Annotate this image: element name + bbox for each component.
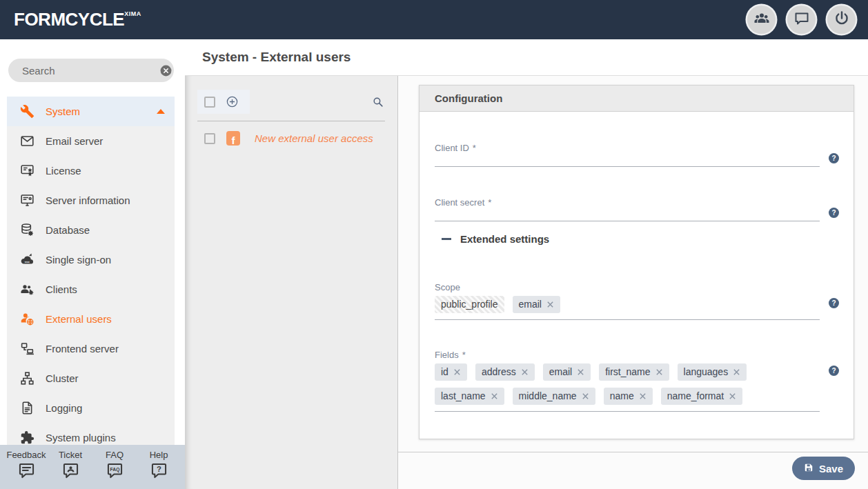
external-user-icon — [19, 312, 34, 327]
ticket-bubble-icon — [61, 461, 80, 483]
svg-text:FAQ: FAQ — [110, 467, 119, 472]
chip-remove-icon[interactable] — [577, 368, 584, 376]
save-button[interactable]: Save — [792, 457, 855, 480]
logout-button[interactable] — [827, 6, 856, 34]
help-item-ticket[interactable]: Ticket — [48, 450, 92, 485]
frontend-server-icon — [19, 341, 34, 357]
list-item[interactable]: f New external user access — [197, 131, 385, 146]
sidebar-menu: System Email server License Server infor… — [7, 97, 175, 489]
sidebar-item-external-users[interactable]: External users — [7, 304, 175, 334]
monitor-icon — [19, 193, 34, 208]
sidebar-item-system[interactable]: System — [7, 97, 175, 126]
chip-remove-icon[interactable] — [546, 301, 554, 308]
configuration-card-header: Configuration — [420, 86, 854, 112]
save-disk-icon — [804, 463, 813, 475]
chip: name_format — [661, 388, 742, 405]
users-group-icon — [753, 10, 770, 30]
faq-bubble-icon: FAQ — [106, 461, 124, 483]
help-icon[interactable]: ? — [829, 208, 839, 218]
sidebar-item-database[interactable]: Database — [7, 215, 175, 245]
power-icon — [834, 10, 850, 30]
scope-input[interactable]: public_profileemail — [435, 292, 820, 320]
chip: id — [435, 363, 467, 381]
clear-search-icon[interactable] — [159, 64, 172, 77]
topbar: FORMCYCLEXIMA — [0, 0, 868, 39]
chip: email — [513, 296, 560, 313]
facebook-icon: f — [226, 131, 240, 146]
help-bar: Feedback Ticket FAQ FAQ Help ? — [0, 445, 185, 489]
chip-remove-icon[interactable] — [733, 368, 740, 376]
list-item-checkbox[interactable] — [204, 133, 215, 144]
chip-remove-icon[interactable] — [491, 392, 498, 400]
page-header: System - External users — [185, 39, 868, 76]
chip-remove-icon[interactable] — [521, 368, 529, 376]
app: FORMCYCLEXIMA System — [0, 0, 868, 489]
sidebar-item-single-sign-on[interactable]: sso Single sign-on — [7, 245, 175, 275]
chip: address — [475, 363, 535, 381]
fields-field: Fields* idaddressemailfirst_namelanguage… — [435, 350, 839, 412]
help-bubble-icon: ? — [150, 461, 168, 483]
sidebar-item-license[interactable]: License — [7, 156, 175, 186]
required-mark: * — [462, 350, 466, 360]
chip: name — [604, 388, 653, 405]
help-item-faq[interactable]: FAQ FAQ — [92, 450, 137, 485]
svg-text:?: ? — [157, 465, 161, 473]
feedback-bubble-icon — [17, 461, 36, 483]
scope-field: Scope public_profileemail ? — [435, 282, 839, 320]
content-footer: Save — [398, 452, 868, 480]
fields-input[interactable]: idaddressemailfirst_namelanguageslast_na… — [435, 360, 820, 412]
database-icon — [19, 223, 34, 238]
extended-settings-toggle[interactable]: Extended settings — [435, 233, 839, 245]
sidebar-search — [8, 59, 174, 82]
chip-remove-icon[interactable] — [582, 392, 589, 400]
list-toolbar — [197, 90, 385, 121]
help-icon[interactable]: ? — [829, 366, 839, 376]
topbar-actions — [747, 6, 856, 34]
help-icon[interactable]: ? — [829, 153, 839, 163]
chip: public_profile — [435, 296, 504, 313]
search-icon[interactable] — [372, 96, 384, 108]
chip-remove-icon[interactable] — [453, 368, 461, 376]
chip-remove-icon[interactable] — [655, 368, 663, 376]
select-all-checkbox[interactable] — [204, 97, 215, 108]
chip: languages — [678, 363, 747, 381]
configuration-title: Configuration — [435, 92, 502, 104]
client-id-input[interactable] — [435, 153, 820, 167]
sidebar-item-frontend-server[interactable]: Frontend server — [7, 334, 175, 363]
chip: last_name — [435, 388, 504, 405]
configuration-card: Configuration Client ID* ? — [419, 85, 854, 439]
wrench-icon — [19, 104, 34, 119]
help-item-help[interactable]: Help ? — [137, 450, 181, 485]
sidebar-item-clients[interactable]: Clients — [7, 275, 175, 304]
sidebar-item-logging[interactable]: Logging — [7, 393, 175, 423]
client-id-label: Client ID* — [435, 143, 839, 153]
sidebar-item-email-server[interactable]: Email server — [7, 126, 175, 156]
chip-remove-icon[interactable] — [639, 392, 647, 400]
client-secret-label: Client secret* — [435, 197, 839, 208]
collapse-minus-icon — [442, 238, 451, 240]
chip-remove-icon[interactable] — [729, 392, 736, 400]
caret-up-icon — [157, 109, 165, 114]
required-mark: * — [473, 143, 476, 153]
add-icon[interactable] — [226, 95, 239, 108]
list-panel: f New external user access — [185, 76, 398, 489]
toolbar-inset — [197, 90, 250, 114]
sidebar: System Email server License Server infor… — [0, 39, 185, 489]
svg-text:sso: sso — [24, 260, 29, 263]
client-secret-field: Client secret* ? — [435, 197, 839, 221]
logging-icon — [19, 401, 34, 416]
required-mark: * — [488, 197, 491, 208]
client-secret-input[interactable] — [435, 208, 820, 221]
app-logo: FORMCYCLEXIMA — [14, 9, 141, 30]
sidebar-item-cluster[interactable]: Cluster — [7, 363, 175, 393]
chat-button[interactable] — [787, 6, 816, 34]
users-group-button[interactable] — [747, 6, 776, 34]
search-input[interactable] — [22, 65, 159, 77]
cluster-icon — [19, 371, 34, 386]
help-icon[interactable]: ? — [829, 298, 839, 308]
help-item-feedback[interactable]: Feedback — [4, 450, 48, 485]
extended-settings-label: Extended settings — [460, 233, 549, 245]
email-icon — [19, 134, 34, 149]
fields-label: Fields* — [435, 350, 839, 360]
sidebar-item-server-information[interactable]: Server information — [7, 186, 175, 215]
